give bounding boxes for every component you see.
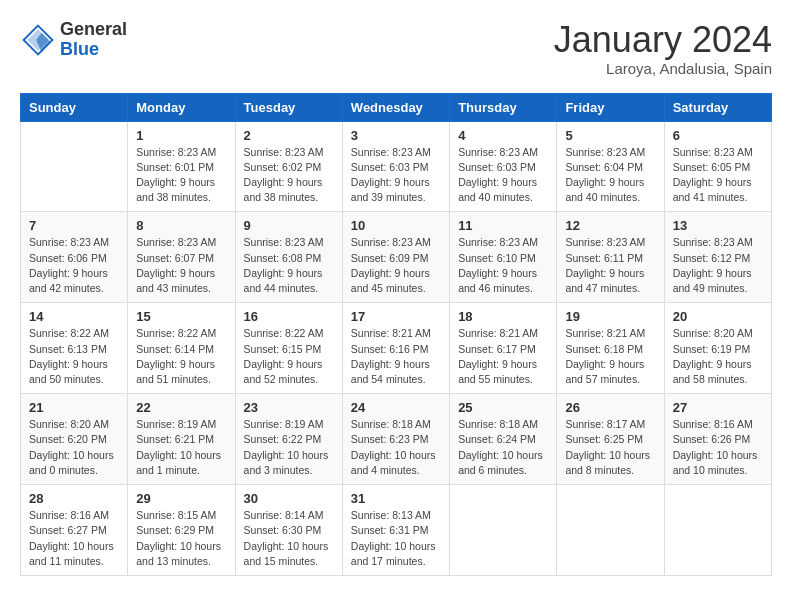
day-number: 15: [136, 309, 226, 324]
calendar-cell: [450, 485, 557, 576]
calendar-cell: 26Sunrise: 8:17 AM Sunset: 6:25 PM Dayli…: [557, 394, 664, 485]
week-row-1: 1Sunrise: 8:23 AM Sunset: 6:01 PM Daylig…: [21, 121, 772, 212]
calendar-cell: 15Sunrise: 8:22 AM Sunset: 6:14 PM Dayli…: [128, 303, 235, 394]
day-number: 5: [565, 128, 655, 143]
location-subtitle: Laroya, Andalusia, Spain: [554, 60, 772, 77]
day-info: Sunrise: 8:23 AM Sunset: 6:05 PM Dayligh…: [673, 145, 763, 206]
day-number: 13: [673, 218, 763, 233]
calendar-cell: 6Sunrise: 8:23 AM Sunset: 6:05 PM Daylig…: [664, 121, 771, 212]
day-number: 2: [244, 128, 334, 143]
calendar-cell: 20Sunrise: 8:20 AM Sunset: 6:19 PM Dayli…: [664, 303, 771, 394]
day-info: Sunrise: 8:16 AM Sunset: 6:27 PM Dayligh…: [29, 508, 119, 569]
day-number: 8: [136, 218, 226, 233]
weekday-header-tuesday: Tuesday: [235, 93, 342, 121]
calendar-body: 1Sunrise: 8:23 AM Sunset: 6:01 PM Daylig…: [21, 121, 772, 575]
day-number: 14: [29, 309, 119, 324]
day-info: Sunrise: 8:23 AM Sunset: 6:06 PM Dayligh…: [29, 235, 119, 296]
day-number: 20: [673, 309, 763, 324]
week-row-5: 28Sunrise: 8:16 AM Sunset: 6:27 PM Dayli…: [21, 485, 772, 576]
day-info: Sunrise: 8:22 AM Sunset: 6:14 PM Dayligh…: [136, 326, 226, 387]
weekday-header-friday: Friday: [557, 93, 664, 121]
calendar-cell: 28Sunrise: 8:16 AM Sunset: 6:27 PM Dayli…: [21, 485, 128, 576]
week-row-4: 21Sunrise: 8:20 AM Sunset: 6:20 PM Dayli…: [21, 394, 772, 485]
logo-text: General Blue: [60, 20, 127, 60]
day-number: 19: [565, 309, 655, 324]
day-number: 25: [458, 400, 548, 415]
day-number: 1: [136, 128, 226, 143]
weekday-header-saturday: Saturday: [664, 93, 771, 121]
calendar-cell: 19Sunrise: 8:21 AM Sunset: 6:18 PM Dayli…: [557, 303, 664, 394]
day-number: 18: [458, 309, 548, 324]
calendar-cell: 21Sunrise: 8:20 AM Sunset: 6:20 PM Dayli…: [21, 394, 128, 485]
day-number: 6: [673, 128, 763, 143]
day-info: Sunrise: 8:22 AM Sunset: 6:15 PM Dayligh…: [244, 326, 334, 387]
day-info: Sunrise: 8:16 AM Sunset: 6:26 PM Dayligh…: [673, 417, 763, 478]
calendar-cell: 12Sunrise: 8:23 AM Sunset: 6:11 PM Dayli…: [557, 212, 664, 303]
day-number: 22: [136, 400, 226, 415]
calendar-cell: 11Sunrise: 8:23 AM Sunset: 6:10 PM Dayli…: [450, 212, 557, 303]
day-info: Sunrise: 8:23 AM Sunset: 6:10 PM Dayligh…: [458, 235, 548, 296]
day-info: Sunrise: 8:18 AM Sunset: 6:24 PM Dayligh…: [458, 417, 548, 478]
weekday-header-monday: Monday: [128, 93, 235, 121]
day-number: 26: [565, 400, 655, 415]
calendar-cell: 29Sunrise: 8:15 AM Sunset: 6:29 PM Dayli…: [128, 485, 235, 576]
weekday-header-sunday: Sunday: [21, 93, 128, 121]
day-number: 4: [458, 128, 548, 143]
day-info: Sunrise: 8:15 AM Sunset: 6:29 PM Dayligh…: [136, 508, 226, 569]
day-info: Sunrise: 8:13 AM Sunset: 6:31 PM Dayligh…: [351, 508, 441, 569]
title-block: January 2024 Laroya, Andalusia, Spain: [554, 20, 772, 77]
logo-blue-text: Blue: [60, 40, 127, 60]
page-header: General Blue January 2024 Laroya, Andalu…: [20, 20, 772, 77]
week-row-3: 14Sunrise: 8:22 AM Sunset: 6:13 PM Dayli…: [21, 303, 772, 394]
day-info: Sunrise: 8:23 AM Sunset: 6:09 PM Dayligh…: [351, 235, 441, 296]
day-number: 12: [565, 218, 655, 233]
day-number: 11: [458, 218, 548, 233]
calendar-cell: 14Sunrise: 8:22 AM Sunset: 6:13 PM Dayli…: [21, 303, 128, 394]
day-info: Sunrise: 8:23 AM Sunset: 6:04 PM Dayligh…: [565, 145, 655, 206]
calendar-cell: 9Sunrise: 8:23 AM Sunset: 6:08 PM Daylig…: [235, 212, 342, 303]
calendar-cell: 13Sunrise: 8:23 AM Sunset: 6:12 PM Dayli…: [664, 212, 771, 303]
calendar-cell: 3Sunrise: 8:23 AM Sunset: 6:03 PM Daylig…: [342, 121, 449, 212]
day-number: 9: [244, 218, 334, 233]
day-info: Sunrise: 8:21 AM Sunset: 6:16 PM Dayligh…: [351, 326, 441, 387]
day-info: Sunrise: 8:21 AM Sunset: 6:17 PM Dayligh…: [458, 326, 548, 387]
calendar-cell: 10Sunrise: 8:23 AM Sunset: 6:09 PM Dayli…: [342, 212, 449, 303]
calendar-cell: 23Sunrise: 8:19 AM Sunset: 6:22 PM Dayli…: [235, 394, 342, 485]
day-info: Sunrise: 8:23 AM Sunset: 6:08 PM Dayligh…: [244, 235, 334, 296]
calendar-cell: [21, 121, 128, 212]
day-info: Sunrise: 8:23 AM Sunset: 6:01 PM Dayligh…: [136, 145, 226, 206]
day-number: 31: [351, 491, 441, 506]
calendar-table: SundayMondayTuesdayWednesdayThursdayFrid…: [20, 93, 772, 576]
day-info: Sunrise: 8:19 AM Sunset: 6:21 PM Dayligh…: [136, 417, 226, 478]
logo: General Blue: [20, 20, 127, 60]
calendar-cell: 1Sunrise: 8:23 AM Sunset: 6:01 PM Daylig…: [128, 121, 235, 212]
calendar-cell: 22Sunrise: 8:19 AM Sunset: 6:21 PM Dayli…: [128, 394, 235, 485]
calendar-cell: [664, 485, 771, 576]
day-info: Sunrise: 8:23 AM Sunset: 6:03 PM Dayligh…: [351, 145, 441, 206]
calendar-cell: 25Sunrise: 8:18 AM Sunset: 6:24 PM Dayli…: [450, 394, 557, 485]
day-info: Sunrise: 8:23 AM Sunset: 6:07 PM Dayligh…: [136, 235, 226, 296]
day-number: 27: [673, 400, 763, 415]
day-info: Sunrise: 8:21 AM Sunset: 6:18 PM Dayligh…: [565, 326, 655, 387]
calendar-cell: [557, 485, 664, 576]
month-title: January 2024: [554, 20, 772, 60]
day-number: 3: [351, 128, 441, 143]
logo-icon: [20, 22, 56, 58]
calendar-cell: 18Sunrise: 8:21 AM Sunset: 6:17 PM Dayli…: [450, 303, 557, 394]
calendar-cell: 16Sunrise: 8:22 AM Sunset: 6:15 PM Dayli…: [235, 303, 342, 394]
calendar-cell: 24Sunrise: 8:18 AM Sunset: 6:23 PM Dayli…: [342, 394, 449, 485]
day-number: 10: [351, 218, 441, 233]
day-number: 29: [136, 491, 226, 506]
day-number: 30: [244, 491, 334, 506]
weekday-header-wednesday: Wednesday: [342, 93, 449, 121]
day-number: 16: [244, 309, 334, 324]
day-info: Sunrise: 8:23 AM Sunset: 6:03 PM Dayligh…: [458, 145, 548, 206]
day-info: Sunrise: 8:20 AM Sunset: 6:19 PM Dayligh…: [673, 326, 763, 387]
day-info: Sunrise: 8:23 AM Sunset: 6:11 PM Dayligh…: [565, 235, 655, 296]
day-info: Sunrise: 8:19 AM Sunset: 6:22 PM Dayligh…: [244, 417, 334, 478]
calendar-cell: 4Sunrise: 8:23 AM Sunset: 6:03 PM Daylig…: [450, 121, 557, 212]
day-number: 28: [29, 491, 119, 506]
day-number: 21: [29, 400, 119, 415]
calendar-cell: 8Sunrise: 8:23 AM Sunset: 6:07 PM Daylig…: [128, 212, 235, 303]
calendar-cell: 5Sunrise: 8:23 AM Sunset: 6:04 PM Daylig…: [557, 121, 664, 212]
